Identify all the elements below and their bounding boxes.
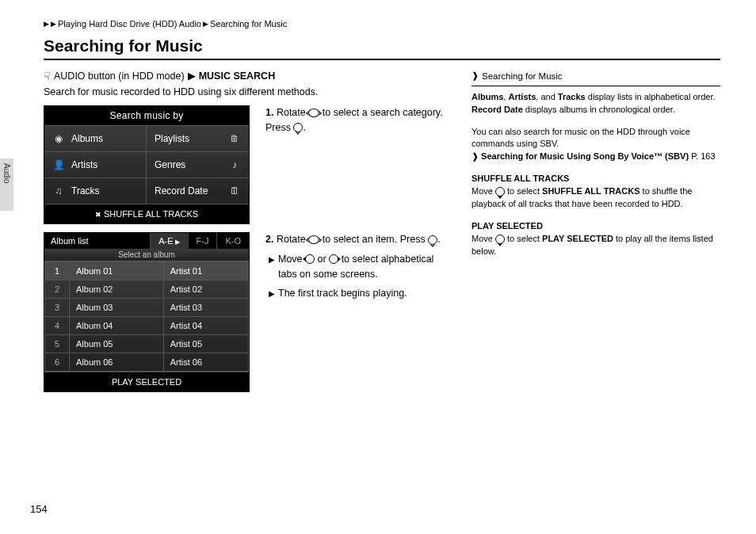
triangle-icon: ▶ bbox=[44, 20, 49, 28]
dial-icon bbox=[308, 109, 319, 117]
step-2: 2. Rotate to select an item. Press . ▶Mo… bbox=[265, 232, 448, 392]
breadcrumb-level-2: Searching for Music bbox=[210, 19, 287, 29]
shuffle-icon: ✖ bbox=[95, 211, 101, 219]
hand-icon: ☟ bbox=[44, 71, 51, 82]
alpha-tab-fj[interactable]: F-J bbox=[188, 233, 217, 249]
command-sequence: ☟ AUDIO button (in HDD mode) ▶ MUSIC SEA… bbox=[44, 70, 448, 82]
note-subheading: PLAY SELECTED bbox=[472, 221, 543, 231]
screenshot-search-categories: Search music by ◉Albums Playlists🗎 👤Arti… bbox=[44, 105, 250, 224]
genre-icon: ♪ bbox=[228, 158, 241, 171]
screenshot-hint: Select an album bbox=[44, 249, 249, 261]
triangle-icon: ▶ bbox=[269, 255, 275, 264]
screenshot-title: Search music by bbox=[44, 106, 249, 125]
press-icon bbox=[293, 123, 303, 132]
joystick-left-icon bbox=[305, 254, 315, 264]
breadcrumb: ▶▶ Playing Hard Disc Drive (HDD) Audio ▶… bbox=[44, 19, 720, 29]
alpha-tab-ko[interactable]: K-O bbox=[216, 233, 249, 249]
note-paragraph: Albums, Artists, and Tracks display list… bbox=[472, 91, 720, 116]
table-row[interactable]: 1Album 01Artist 01 bbox=[45, 262, 249, 280]
play-selected-button[interactable]: PLAY SELECTED bbox=[44, 372, 249, 391]
category-record-date[interactable]: Record Date🗓 bbox=[147, 177, 249, 204]
step-1: 1. Rotate to select a search category. P… bbox=[265, 105, 448, 224]
shuffle-all-tracks-button[interactable]: ✖ SHUFFLE ALL TRACKS bbox=[44, 204, 249, 223]
page-number: 154 bbox=[30, 503, 48, 515]
triangle-icon: ▶ bbox=[51, 20, 56, 28]
category-playlists[interactable]: Playlists🗎 bbox=[147, 125, 249, 151]
cmd-pre: AUDIO button (in HDD mode) bbox=[54, 71, 185, 82]
page-title: Searching for Music bbox=[44, 36, 720, 60]
main-column: ☟ AUDIO button (in HDD mode) ▶ MUSIC SEA… bbox=[44, 70, 448, 400]
breadcrumb-level-1: Playing Hard Disc Drive (HDD) Audio bbox=[58, 19, 201, 29]
screenshot-album-list: Album list A-E▶ F-J K-O Select an album … bbox=[44, 232, 250, 392]
note-paragraph: You can also search for music on the HDD… bbox=[472, 126, 720, 164]
cross-reference-link[interactable]: Searching for Music Using Song By Voice™… bbox=[481, 151, 689, 161]
table-row[interactable]: 6Album 06Artist 06 bbox=[45, 353, 249, 372]
calendar-icon: 🗓 bbox=[228, 185, 241, 197]
dial-icon bbox=[308, 235, 319, 244]
note-paragraph: SHUFFLE ALL TRACKS Move to select SHUFFL… bbox=[472, 173, 720, 211]
sidebar-heading: ❱ Searching for Music bbox=[472, 70, 720, 86]
person-icon: 👤 bbox=[52, 158, 65, 171]
triangle-icon: ▶ bbox=[188, 70, 196, 82]
intro-text: Search for music recorded to HDD using s… bbox=[44, 86, 448, 97]
category-genres[interactable]: Genres♪ bbox=[147, 151, 249, 177]
table-row[interactable]: 3Album 03Artist 03 bbox=[45, 299, 249, 317]
disc-icon: ◉ bbox=[52, 132, 65, 145]
triangle-icon: ▶ bbox=[175, 238, 180, 246]
playlist-icon: 🗎 bbox=[228, 132, 241, 145]
triangle-icon: ▶ bbox=[269, 289, 275, 298]
sidebar-notes: ❱ Searching for Music Albums, Artists, a… bbox=[472, 70, 720, 400]
table-row[interactable]: 5Album 05Artist 05 bbox=[45, 335, 249, 353]
note-ref-icon: ❱ bbox=[472, 70, 479, 82]
cmd-target: MUSIC SEARCH bbox=[199, 71, 276, 82]
page-container: ▶▶ Playing Hard Disc Drive (HDD) Audio ▶… bbox=[0, 0, 756, 534]
screenshot-title: Album list bbox=[44, 233, 150, 249]
note-icon: ♫ bbox=[52, 185, 65, 197]
note-subheading: SHUFFLE ALL TRACKS bbox=[472, 174, 569, 183]
triangle-icon: ▶ bbox=[203, 20, 208, 28]
joystick-down-icon bbox=[495, 187, 505, 196]
page-reference: P. 163 bbox=[691, 151, 715, 161]
step-number: 1. bbox=[265, 107, 273, 118]
alpha-tab-ae[interactable]: A-E▶ bbox=[150, 233, 187, 249]
joystick-down-icon bbox=[495, 235, 505, 244]
album-table: 1Album 01Artist 01 2Album 02Artist 02 3A… bbox=[44, 261, 249, 372]
category-artists[interactable]: 👤Artists bbox=[44, 151, 147, 177]
category-albums[interactable]: ◉Albums bbox=[44, 125, 147, 151]
sidebar-heading-text: Searching for Music bbox=[482, 70, 563, 83]
note-paragraph: PLAY SELECTED Move to select PLAY SELECT… bbox=[472, 220, 720, 258]
step-number: 2. bbox=[265, 234, 273, 245]
joystick-right-icon bbox=[329, 254, 338, 264]
link-ref-icon: ❱ bbox=[472, 151, 479, 161]
category-tracks[interactable]: ♫Tracks bbox=[44, 177, 147, 204]
press-icon bbox=[428, 235, 437, 245]
table-row[interactable]: 2Album 02Artist 02 bbox=[45, 280, 249, 299]
table-row[interactable]: 4Album 04Artist 04 bbox=[45, 317, 249, 335]
